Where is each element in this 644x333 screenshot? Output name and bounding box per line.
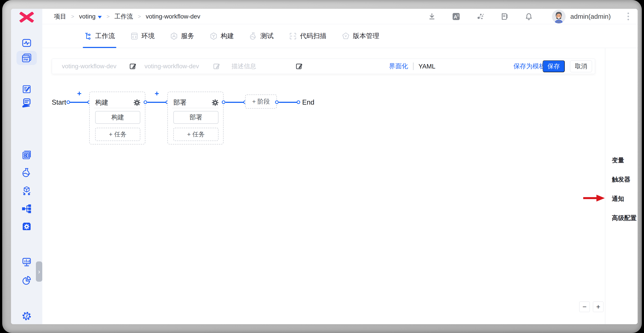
toggle-divider (413, 62, 414, 70)
breadcrumb-separator: > (138, 14, 141, 20)
edit-pen-icon (295, 62, 303, 70)
integrations-button[interactable] (476, 12, 484, 21)
sidebar-item-artifacts[interactable] (22, 186, 32, 196)
sidebar-item-testing[interactable] (22, 168, 32, 178)
sidebar-item-release-plan[interactable] (22, 84, 32, 94)
save-as-template-button[interactable]: 保存为模板 (514, 62, 545, 71)
sidebar-item-plugins[interactable] (22, 221, 32, 232)
connector-dot (297, 100, 300, 104)
end-node-label: End (302, 98, 314, 106)
add-stage-before-deploy-button[interactable]: + (154, 89, 159, 98)
stage-title: 构建 (95, 98, 108, 107)
sidebar-item-delivery-center[interactable] (22, 98, 32, 108)
user-avatar[interactable] (552, 10, 566, 23)
service-hexagon-icon (170, 32, 178, 40)
sidebar-expand-handle[interactable]: › (36, 262, 42, 282)
docs-button[interactable] (500, 12, 509, 21)
tab-environments[interactable]: 环境 (129, 24, 156, 48)
view-mode-yaml-toggle[interactable]: YAML (418, 63, 436, 70)
zoom-in-button[interactable]: + (593, 302, 604, 312)
breadcrumb-separator: > (106, 14, 110, 20)
panel-item-triggers[interactable]: 触发器 (612, 175, 630, 183)
resource-tree-icon (22, 204, 32, 214)
breadcrumb-projects[interactable]: 项目 (54, 12, 66, 21)
tab-tests[interactable]: 测试 (248, 24, 275, 48)
panel-item-variables[interactable]: 变量 (612, 156, 624, 164)
save-button[interactable]: 保存 (543, 60, 565, 72)
stage-settings-gear-icon[interactable] (133, 99, 141, 108)
monitor-bars-icon (22, 257, 32, 267)
workflow-name-field[interactable]: voting-workflow-dev (62, 63, 116, 70)
sidebar-item-resources[interactable] (22, 204, 32, 214)
topbar: 项目 > voting > 工作流 > voting-workflow-dev (42, 9, 638, 24)
breadcrumb: 项目 > voting > 工作流 > voting-workflow-dev (54, 12, 200, 21)
add-stage-button[interactable]: + 阶段 (245, 94, 277, 108)
tab-label: 环境 (142, 32, 154, 40)
sidebar-item-dashboard[interactable] (22, 38, 32, 48)
edit-display-name-button[interactable] (213, 59, 220, 74)
app-window: PM (11, 9, 638, 324)
zoom-out-button[interactable]: − (579, 302, 590, 312)
tab-label: 代码扫描 (300, 32, 326, 40)
language-button[interactable]: A 文 (452, 12, 460, 21)
cancel-button[interactable]: 取消 (570, 60, 592, 72)
workflow-pipeline-icon (84, 32, 92, 40)
edit-pen-icon (213, 62, 220, 70)
tab-workflows[interactable]: 工作流 (83, 24, 116, 48)
edit-name-button[interactable] (129, 59, 136, 74)
sidebar-item-data-insight[interactable] (22, 275, 32, 285)
more-menu-button[interactable] (626, 12, 630, 20)
add-task-button[interactable]: + 任务 (173, 128, 218, 141)
tab-version-management[interactable]: 版本管理 (340, 24, 380, 48)
code-scan-brackets-icon (289, 32, 297, 40)
template-library-icon (22, 150, 32, 160)
edit-description-button[interactable] (295, 59, 303, 74)
add-stage-before-build-button[interactable]: + (77, 89, 82, 98)
svg-text:Z: Z (25, 314, 28, 318)
build-task-button[interactable]: 构建 (95, 111, 140, 124)
notifications-button[interactable] (525, 12, 533, 21)
edge-line (278, 102, 297, 103)
book-icon (500, 12, 508, 20)
window-frame: PM (2, 0, 642, 333)
workflow-description-field[interactable]: 描述信息 (232, 62, 256, 70)
stage-build: 构建 (89, 92, 145, 144)
svg-text:PM: PM (24, 58, 28, 61)
breadcrumb-separator: > (71, 14, 74, 20)
sidebar-item-settings[interactable]: Z (22, 311, 32, 321)
workspace: voting-workflow-dev voting-workflow-dev … (42, 48, 638, 324)
connector-dot (275, 100, 278, 104)
bell-icon (525, 12, 533, 20)
sidebar-item-templates[interactable] (22, 150, 32, 160)
edit-pen-icon (129, 62, 136, 70)
tab-code-scan[interactable]: 代码扫描 (288, 24, 328, 48)
zadig-logo[interactable] (20, 12, 34, 22)
caret-down-icon (98, 16, 102, 18)
sidebar-item-data-overview[interactable] (22, 257, 32, 267)
start-node-label: Start (52, 98, 66, 106)
stage-settings-gear-icon[interactable] (211, 99, 219, 108)
tab-label: 版本管理 (353, 32, 379, 40)
tab-services[interactable]: 服务 (169, 24, 196, 48)
test-flask-icon (249, 32, 257, 40)
add-task-button[interactable]: + 任务 (95, 128, 140, 141)
tab-builds[interactable]: 构建 (208, 24, 235, 48)
pulse-monitor-icon (22, 38, 32, 48)
panel-item-notifications[interactable]: 通知 (612, 195, 624, 202)
view-mode-ui-toggle[interactable]: 界面化 (389, 62, 408, 71)
document-hand-icon (22, 98, 32, 108)
node-graph-icon (476, 12, 484, 20)
download-button[interactable] (428, 12, 436, 21)
breadcrumb-current-page: voting-workflow-dev (146, 13, 200, 20)
workflow-display-name-field[interactable]: voting-workflow-dev (144, 63, 199, 70)
tab-label: 测试 (260, 32, 274, 40)
tab-label: 构建 (221, 32, 234, 40)
breadcrumb-project-dropdown[interactable]: voting (79, 13, 102, 20)
breadcrumb-workflows[interactable]: 工作流 (114, 12, 133, 21)
pie-chart-icon (22, 275, 32, 285)
panel-item-advanced-config[interactable]: 高级配置 (612, 214, 636, 221)
deploy-task-button[interactable]: 部署 (173, 111, 218, 124)
sidebar-item-projects-active[interactable]: PM (16, 51, 37, 65)
translate-icon: A 文 (452, 12, 460, 20)
user-name[interactable]: admin(admin) (570, 13, 611, 20)
